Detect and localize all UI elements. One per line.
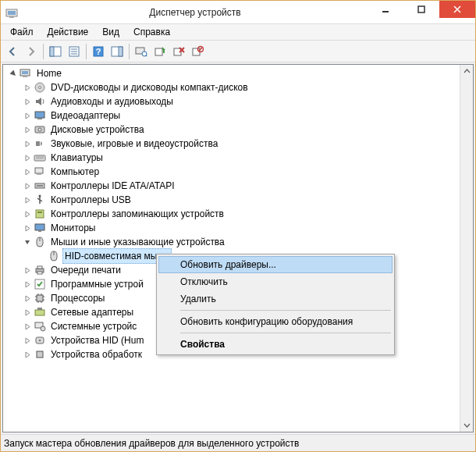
update-driver-button[interactable] <box>151 43 169 60</box>
svg-rect-2 <box>9 16 14 18</box>
svg-rect-41 <box>36 210 44 218</box>
tree-label: Системные устройс <box>48 319 139 334</box>
tree-category[interactable]: DVD-дисководы и дисководы компакт-дисков <box>5 80 473 94</box>
action-pane-button[interactable] <box>108 43 126 60</box>
toolbar: ? <box>1 41 475 62</box>
svg-rect-14 <box>119 47 123 56</box>
tree-category[interactable]: Мониторы <box>5 221 473 235</box>
context-menu-properties[interactable]: Свойства <box>158 336 393 353</box>
help-button[interactable]: ? <box>90 43 107 60</box>
tree-category[interactable]: Звуковые, игровые и видеоустройства <box>5 137 473 151</box>
expand-icon[interactable] <box>22 138 33 149</box>
expand-icon[interactable] <box>22 208 33 219</box>
uninstall-button[interactable] <box>170 43 187 60</box>
scroll-up-button[interactable] <box>460 65 474 78</box>
expand-icon[interactable] <box>22 335 33 346</box>
show-hide-tree-button[interactable] <box>47 43 64 60</box>
tree-category[interactable]: Компьютер <box>5 165 473 179</box>
menu-action[interactable]: Действие <box>41 25 95 39</box>
processing-device-icon <box>34 348 46 361</box>
svg-rect-25 <box>23 76 27 77</box>
back-button[interactable] <box>4 43 21 60</box>
expand-icon[interactable] <box>22 349 33 360</box>
svg-line-17 <box>146 55 147 56</box>
scroll-down-button[interactable] <box>460 418 474 432</box>
context-menu-separator <box>180 310 391 311</box>
collapse-icon[interactable] <box>8 68 19 79</box>
context-menu-disable[interactable]: Отключить <box>158 273 393 290</box>
window-controls <box>368 1 475 23</box>
context-menu-delete[interactable]: Удалить <box>158 290 393 308</box>
maximize-button[interactable] <box>403 1 439 18</box>
disk-drive-icon <box>34 123 46 136</box>
uninstall-icon <box>172 45 185 58</box>
svg-rect-29 <box>37 118 42 119</box>
collapse-icon[interactable] <box>22 237 33 247</box>
tree-category[interactable]: Клавиатуры <box>5 151 473 165</box>
properties-icon <box>68 45 80 58</box>
expand-icon[interactable] <box>22 307 33 318</box>
expand-icon[interactable] <box>22 265 33 276</box>
statusbar: Запуск мастера обновления драйверов для … <box>1 434 475 451</box>
pane-icon <box>111 45 123 58</box>
svg-point-63 <box>41 326 45 331</box>
storage-controller-icon <box>34 208 46 220</box>
scan-button[interactable] <box>133 43 150 60</box>
titlebar: Диспетчер устройств <box>1 1 475 24</box>
expand-icon[interactable] <box>22 180 33 191</box>
context-menu-scan[interactable]: Обновить конфигурацию оборудования <box>158 313 393 330</box>
expand-icon[interactable] <box>22 166 33 177</box>
svg-rect-43 <box>35 224 44 230</box>
disable-button[interactable] <box>189 43 206 60</box>
tree-label: Звуковые, игровые и видеоустройства <box>48 136 220 151</box>
forward-button[interactable] <box>23 43 40 60</box>
tree-category[interactable]: Контроллеры IDE ATA/ATAPI <box>5 179 473 193</box>
expand-icon[interactable] <box>22 152 33 163</box>
print-queue-icon <box>34 264 46 276</box>
vertical-scrollbar[interactable] <box>460 65 473 432</box>
expand-icon[interactable] <box>22 293 33 304</box>
minimize-button[interactable] <box>368 1 403 18</box>
menu-help[interactable]: Справка <box>127 25 176 39</box>
tree-category[interactable]: Контроллеры USB <box>5 193 473 207</box>
close-button[interactable] <box>439 1 475 18</box>
tree-label: Программные устрой <box>48 276 146 292</box>
mouse-icon <box>48 250 60 262</box>
expand-icon[interactable] <box>22 279 33 290</box>
menu-file[interactable]: Файл <box>4 25 40 39</box>
tree-category[interactable]: Контроллеры запоминающих устройств <box>5 207 473 221</box>
tree-category[interactable]: Дисковые устройства <box>5 123 473 137</box>
update-driver-icon <box>154 45 166 58</box>
app-icon <box>5 6 18 19</box>
svg-rect-32 <box>36 141 40 146</box>
tree-category[interactable]: Мыши и иные указывающие устройства <box>5 235 473 249</box>
tree-label: Аудиовходы и аудиовыходы <box>48 94 176 109</box>
tree-label: Контроллеры USB <box>48 192 133 208</box>
context-menu-update-drivers[interactable]: Обновить драйверы... <box>158 256 393 273</box>
chevron-up-icon <box>464 68 471 75</box>
svg-rect-51 <box>37 295 43 301</box>
tree-category[interactable]: Видеоадаптеры <box>5 109 473 123</box>
tree-root[interactable]: Home <box>5 66 473 80</box>
expand-icon[interactable] <box>22 96 33 107</box>
expand-icon[interactable] <box>22 194 33 205</box>
menu-view[interactable]: Вид <box>96 25 126 39</box>
expand-icon[interactable] <box>22 321 33 332</box>
svg-rect-24 <box>22 71 28 74</box>
window-title: Диспетчер устройств <box>23 7 368 18</box>
svg-point-27 <box>39 87 41 89</box>
expand-icon[interactable] <box>22 82 33 93</box>
ide-controller-icon <box>34 180 46 192</box>
expand-icon[interactable] <box>22 124 33 135</box>
svg-rect-49 <box>37 272 42 274</box>
status-text: Запуск мастера обновления драйверов для … <box>4 438 299 449</box>
tree-label: Контроллеры запоминающих устройств <box>48 206 226 222</box>
usb-controller-icon <box>34 194 46 206</box>
tree-label: Устройства HID (Hum <box>48 333 146 348</box>
properties-button[interactable] <box>66 43 83 60</box>
svg-rect-48 <box>37 266 42 269</box>
tree-category[interactable]: Аудиовходы и аудиовыходы <box>5 94 473 109</box>
expand-icon[interactable] <box>22 222 33 233</box>
display-adapter-icon <box>34 109 46 122</box>
expand-icon[interactable] <box>22 110 33 121</box>
